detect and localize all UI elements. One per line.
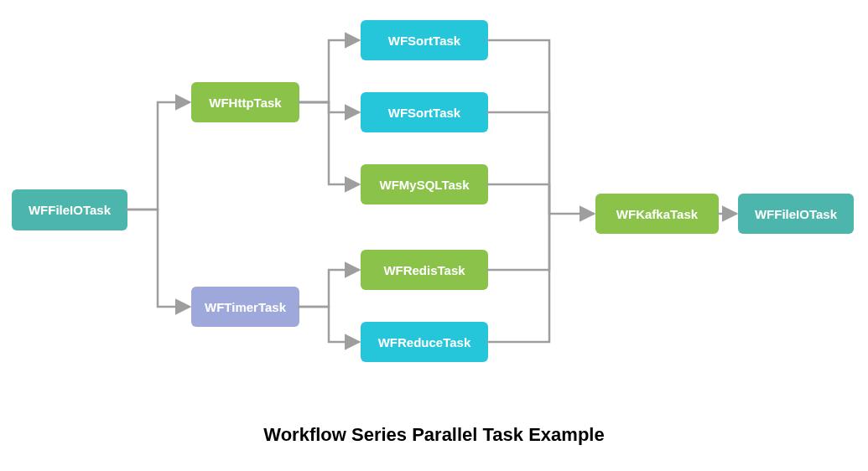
node-label: WFSortTask [388,106,460,120]
node-sort1: WFSortTask [362,22,486,59]
node-mysql: WFMySQLTask [362,166,486,203]
node-label: WFReduceTask [378,335,471,349]
node-fileio2: WFFileIOTask [740,195,852,232]
node-label: WFKafkaTask [616,207,698,221]
node-label: WFRedisTask [383,263,465,277]
node-label: WFMySQLTask [380,178,470,192]
node-sort2: WFSortTask [362,94,486,131]
node-kafka: WFKafkaTask [597,195,717,232]
node-label: WFSortTask [388,34,460,48]
node-label: WFFileIOTask [29,203,111,217]
node-label: WFFileIOTask [755,207,837,221]
node-fileio1: WFFileIOTask [13,191,126,229]
node-http: WFHttpTask [193,84,298,121]
node-label: WFHttpTask [209,96,281,110]
node-reduce: WFReduceTask [362,323,486,360]
node-label: WFTimerTask [205,300,286,314]
diagram-title: Workflow Series Parallel Task Example [0,424,868,446]
node-redis: WFRedisTask [362,251,486,288]
node-timer: WFTimerTask [193,288,298,325]
workflow-diagram: WFFileIOTask WFHttpTask WFTimerTask WFSo… [0,0,868,419]
